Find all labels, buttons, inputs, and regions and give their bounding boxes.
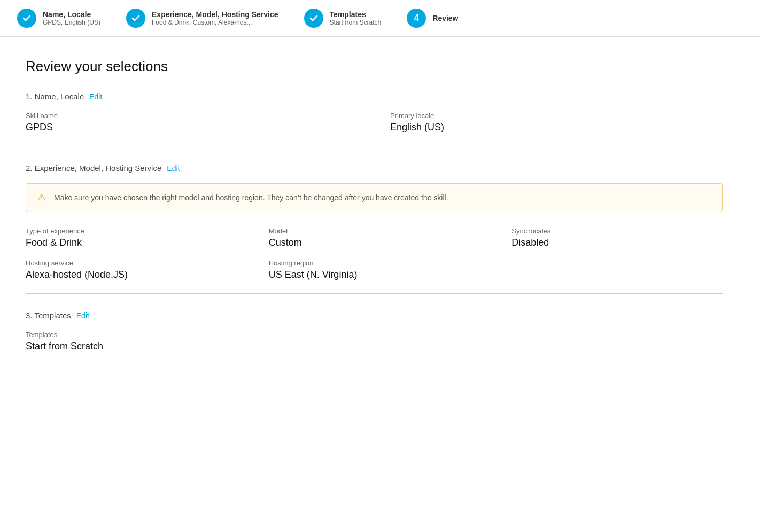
step-step4: 4 Review: [407, 9, 458, 28]
warning-icon-1: ⚠: [37, 191, 46, 204]
fields-row-2-0: Templates Start from Scratch: [26, 331, 723, 352]
fields-row-1-0: Type of experience Food & Drink Model Cu…: [26, 227, 723, 248]
field-label-0-0-0: Skill name: [26, 112, 358, 120]
field-group-1-0-1: Model Custom: [269, 227, 480, 248]
warning-text-1: Make sure you have chosen the right mode…: [54, 193, 448, 202]
section-section-templates: 3. Templates Edit Templates Start from S…: [26, 311, 723, 352]
sections-container: 1. Name, Locale Edit Skill name GPDS Pri…: [26, 92, 723, 352]
field-value-1-1-1: US East (N. Virginia): [269, 269, 480, 280]
field-value-1-1-0: Alexa-hosted (Node.JS): [26, 269, 237, 280]
step-text-2: Templates Start from Scratch: [330, 10, 382, 26]
field-group-0-0-1: Primary locale English (US): [390, 112, 723, 133]
edit-link-2[interactable]: Edit: [76, 311, 89, 320]
section-section-name-locale: 1. Name, Locale Edit Skill name GPDS Pri…: [26, 92, 723, 146]
fields-row-1-1: Hosting service Alexa-hosted (Node.JS) H…: [26, 259, 723, 280]
field-label-2-0-0: Templates: [26, 331, 723, 339]
step-text-1: Experience, Model, Hosting Service Food …: [152, 10, 278, 26]
section-heading-2: 3. Templates: [26, 311, 71, 320]
step-number-icon-3: 4: [407, 9, 426, 28]
field-group-1-1-2: [511, 259, 723, 280]
step-title-2: Templates: [330, 10, 382, 19]
section-header-0: 1. Name, Locale Edit: [26, 92, 723, 101]
section-header-1: 2. Experience, Model, Hosting Service Ed…: [26, 163, 723, 173]
field-group-1-0-2: Sync locales Disabled: [511, 227, 723, 248]
step-subtitle-1: Food & Drink, Custom, Alexa-hos...: [152, 19, 278, 26]
field-label-1-0-0: Type of experience: [26, 227, 237, 235]
edit-link-1[interactable]: Edit: [167, 164, 180, 173]
step-title-0: Name, Locale: [43, 10, 100, 19]
field-label-1-1-0: Hosting service: [26, 259, 237, 267]
section-section-experience: 2. Experience, Model, Hosting Service Ed…: [26, 163, 723, 294]
field-value-0-0-0: GPDS: [26, 122, 358, 133]
step-check-icon-1: [126, 9, 145, 28]
section-header-2: 3. Templates Edit: [26, 311, 723, 320]
step-step2: Experience, Model, Hosting Service Food …: [126, 9, 278, 28]
step-subtitle-0: GPDS, English (US): [43, 19, 100, 26]
page-title: Review your selections: [26, 58, 723, 75]
field-label-1-1-1: Hosting region: [269, 259, 480, 267]
step-check-icon-0: [17, 9, 36, 28]
field-group-1-1-1: Hosting region US East (N. Virginia): [269, 259, 480, 280]
divider-1: [26, 293, 723, 294]
divider-0: [26, 146, 723, 146]
step-subtitle-2: Start from Scratch: [330, 19, 382, 26]
step-step1: Name, Locale GPDS, English (US): [17, 9, 100, 28]
field-group-2-0-0: Templates Start from Scratch: [26, 331, 723, 352]
step-step3: Templates Start from Scratch: [304, 9, 382, 28]
edit-link-0[interactable]: Edit: [89, 92, 102, 101]
warning-box-1: ⚠ Make sure you have chosen the right mo…: [26, 183, 723, 212]
field-label-0-0-1: Primary locale: [390, 112, 723, 120]
field-group-1-0-0: Type of experience Food & Drink: [26, 227, 237, 248]
fields-row-0-0: Skill name GPDS Primary locale English (…: [26, 112, 723, 133]
section-heading-1: 2. Experience, Model, Hosting Service: [26, 163, 161, 173]
field-group-0-0-0: Skill name GPDS: [26, 112, 358, 133]
field-value-1-0-2: Disabled: [511, 237, 723, 248]
field-group-1-1-0: Hosting service Alexa-hosted (Node.JS): [26, 259, 237, 280]
field-value-2-0-0: Start from Scratch: [26, 341, 723, 352]
step-check-icon-2: [304, 9, 323, 28]
field-value-1-0-1: Custom: [269, 237, 480, 248]
step-title-1: Experience, Model, Hosting Service: [152, 10, 278, 19]
stepper: Name, Locale GPDS, English (US) Experien…: [0, 0, 760, 37]
step-title-3: Review: [432, 14, 458, 22]
step-text-3: Review: [432, 14, 458, 22]
field-label-1-0-2: Sync locales: [511, 227, 723, 235]
main-content: Review your selections 1. Name, Locale E…: [0, 37, 748, 390]
field-label-1-0-1: Model: [269, 227, 480, 235]
section-heading-0: 1. Name, Locale: [26, 92, 84, 101]
field-value-0-0-1: English (US): [390, 122, 723, 133]
step-text-0: Name, Locale GPDS, English (US): [43, 10, 100, 26]
field-value-1-0-0: Food & Drink: [26, 237, 237, 248]
